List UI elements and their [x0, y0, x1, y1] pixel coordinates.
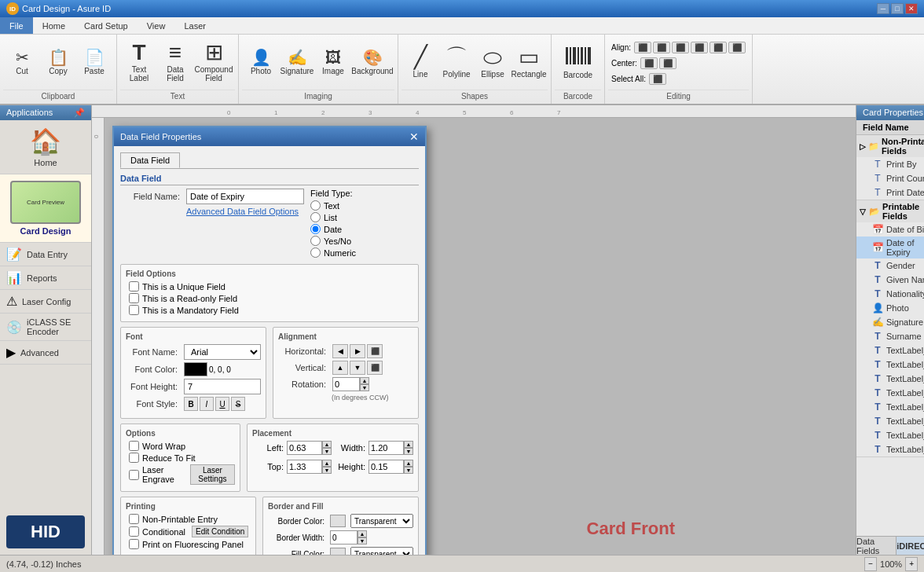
align-center-btn[interactable]: ⬛ — [653, 42, 670, 53]
laser-engrave-checkbox[interactable] — [129, 470, 139, 480]
center-v-btn[interactable]: ⬛ — [659, 57, 676, 69]
tree-item-print-date[interactable]: T Print Date — [856, 185, 924, 200]
radio-numeric-input[interactable] — [310, 248, 321, 258]
canvas-area[interactable]: National Identity Card ✿ HID — [104, 118, 856, 555]
signature-button[interactable]: ✍ Signature — [280, 39, 314, 85]
left-input[interactable] — [287, 441, 322, 455]
ellipse-button[interactable]: ⬭ Ellipse — [475, 39, 510, 85]
copy-button[interactable]: 📋 Copy — [41, 39, 75, 85]
font-name-select[interactable]: Arial Times New Roman — [184, 344, 261, 360]
data-field-button[interactable]: ≡ Data Field — [158, 39, 192, 85]
idirector-tab[interactable]: iDIRECTOR — [896, 537, 924, 555]
close-btn[interactable]: ✕ — [905, 3, 918, 14]
barcode-button[interactable]: Barcode — [556, 39, 600, 85]
tree-item-textlabel-6[interactable]: T TextLabel_6 — [856, 400, 924, 414]
tree-item-given-name[interactable]: T Given Name — [856, 273, 924, 287]
align-middle-btn[interactable]: ⬛ — [710, 42, 727, 53]
menu-laser[interactable]: Laser — [174, 17, 215, 34]
reduce-fit-checkbox[interactable] — [129, 453, 139, 463]
background-button[interactable]: 🎨 Background — [352, 39, 393, 85]
bold-btn[interactable]: B — [184, 397, 198, 411]
border-color-select[interactable]: Transparent — [350, 514, 413, 528]
width-down[interactable]: ▼ — [404, 448, 413, 455]
zoom-out-button[interactable]: − — [864, 557, 877, 571]
tree-item-gender[interactable]: T Gender — [856, 258, 924, 273]
zoom-in-button[interactable]: + — [905, 557, 918, 571]
italic-btn[interactable]: I — [200, 397, 214, 411]
paste-button[interactable]: 📄 Paste — [77, 39, 112, 85]
align-top-btn[interactable]: ⬛ — [691, 42, 708, 53]
non-printable-checkbox[interactable] — [129, 514, 139, 524]
unique-field-checkbox[interactable] — [129, 281, 139, 292]
sidebar-pin-icon[interactable]: 📌 — [74, 108, 85, 118]
tab-data-field[interactable]: Data Field — [120, 152, 180, 168]
tree-item-signature[interactable]: ✍ Signature — [856, 315, 924, 329]
underline-btn[interactable]: U — [215, 397, 229, 411]
tree-item-textlabel-11[interactable]: T TextLabel_11 — [856, 358, 924, 372]
align-right-btn[interactable]: ⬛ — [672, 42, 689, 53]
align-bottom-btn[interactable]: ⬛ — [728, 42, 746, 53]
font-size-input[interactable] — [184, 379, 261, 394]
tree-item-dob[interactable]: 📅 Date of Birth — [856, 222, 924, 236]
photo-button[interactable]: 👤 Photo — [244, 39, 278, 85]
radio-text-input[interactable] — [310, 200, 321, 211]
field-name-input[interactable] — [186, 189, 304, 204]
radio-list-input[interactable] — [310, 212, 321, 222]
line-button[interactable]: ╱ Line — [403, 39, 438, 85]
border-color-swatch[interactable] — [330, 515, 346, 527]
image-button[interactable]: 🖼 Image — [316, 39, 350, 85]
compound-field-button[interactable]: ⊞ Compound Field — [194, 39, 233, 85]
fluorescing-checkbox[interactable] — [129, 539, 139, 549]
rotation-down-arrow[interactable]: ▼ — [360, 384, 369, 391]
edit-condition-button[interactable]: Edit Condition — [192, 526, 248, 537]
cut-button[interactable]: ✂ Cut — [5, 39, 39, 85]
align-top-v-btn[interactable]: ▲ — [332, 361, 348, 375]
radio-yesno-input[interactable] — [310, 236, 321, 246]
height-up[interactable]: ▲ — [404, 460, 413, 467]
tree-item-nationality[interactable]: T Nationality — [856, 287, 924, 301]
tree-item-expiry[interactable]: 📅 Date of Expiry — [856, 236, 924, 258]
title-bar-controls[interactable]: ─ □ ✕ — [877, 3, 918, 14]
sidebar-item-card-design[interactable]: Card Preview Card Design — [0, 174, 91, 243]
tree-item-textlabel-7[interactable]: T TextLabel_7 — [856, 414, 924, 428]
sidebar-item-iclass[interactable]: 💿 iCLASS SE Encoder — [0, 314, 91, 341]
conditional-checkbox[interactable] — [129, 526, 139, 537]
height-input[interactable] — [368, 460, 404, 474]
dialog-close-button[interactable]: ✕ — [409, 130, 419, 143]
top-up[interactable]: ▲ — [322, 460, 332, 467]
sidebar-item-reports[interactable]: 📊 Reports — [0, 266, 91, 290]
maximize-btn[interactable]: □ — [891, 3, 904, 14]
sidebar-item-laser-config[interactable]: ⚠ Laser Config — [0, 290, 91, 314]
advanced-options-link[interactable]: Advanced Data Field Options — [186, 207, 304, 216]
polyline-button[interactable]: ⌒ Polyline — [439, 39, 474, 85]
align-middle-v-btn[interactable]: ▼ — [350, 361, 365, 375]
tree-item-print-by[interactable]: T Print By — [856, 157, 924, 171]
align-right-h-btn[interactable]: ⬛ — [367, 344, 383, 358]
sidebar-item-advanced[interactable]: ▶ Advanced — [0, 341, 91, 365]
bw-up[interactable]: ▲ — [358, 530, 367, 537]
align-center-h-btn[interactable]: ▶ — [350, 344, 365, 358]
select-all-btn[interactable]: ⬛ — [649, 73, 666, 85]
width-input[interactable] — [368, 441, 404, 455]
border-width-input[interactable] — [330, 530, 358, 544]
tree-item-surname[interactable]: T Surname — [856, 329, 924, 343]
readonly-field-checkbox[interactable] — [129, 293, 139, 303]
height-down[interactable]: ▼ — [404, 467, 413, 474]
left-up[interactable]: ▲ — [322, 441, 332, 448]
align-bottom-v-btn[interactable]: ⬛ — [367, 361, 383, 375]
width-up[interactable]: ▲ — [404, 441, 413, 448]
tree-item-photo[interactable]: 👤 Photo — [856, 301, 924, 315]
menu-file[interactable]: File — [0, 17, 33, 34]
center-h-btn[interactable]: ⬛ — [640, 57, 658, 69]
sidebar-item-data-entry[interactable]: 📝 Data Entry — [0, 243, 91, 266]
font-color-swatch[interactable] — [184, 362, 207, 376]
rotation-up-arrow[interactable]: ▲ — [360, 377, 369, 384]
menu-card-setup[interactable]: Card Setup — [75, 17, 138, 34]
fill-color-swatch[interactable] — [330, 548, 346, 555]
tree-item-textlabel-10[interactable]: T TextLabel_10 — [856, 343, 924, 358]
menu-home[interactable]: Home — [33, 17, 75, 34]
mandatory-field-checkbox[interactable] — [129, 305, 139, 315]
menu-view[interactable]: View — [138, 17, 175, 34]
fill-color-select[interactable]: Transparent — [350, 547, 413, 555]
text-label-button[interactable]: T Text Label — [122, 39, 156, 85]
